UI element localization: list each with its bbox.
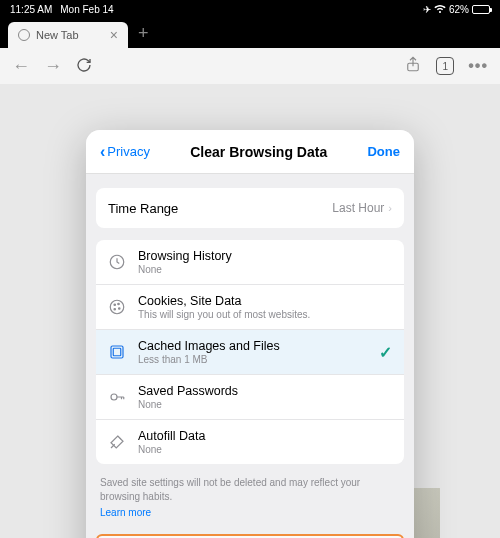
battery-icon [472, 5, 490, 14]
check-icon: ✓ [379, 343, 392, 362]
airplane-icon: ✈ [423, 4, 431, 15]
tab-title: New Tab [36, 29, 79, 41]
tab-strip: New Tab × + [0, 18, 500, 48]
clear-data-modal: ‹ Privacy Clear Browsing Data Done Time … [86, 130, 414, 538]
svg-point-2 [110, 300, 124, 314]
modal-title: Clear Browsing Data [190, 144, 327, 160]
list-item-cache[interactable]: Cached Images and Files Less than 1 MB ✓ [96, 330, 404, 375]
chevron-left-icon: ‹ [100, 143, 105, 161]
time-range-value: Last Hour [332, 201, 384, 215]
chevron-right-icon: › [388, 202, 392, 214]
tabs-count: 1 [442, 61, 448, 72]
share-button[interactable] [404, 55, 422, 77]
reload-button[interactable] [76, 57, 92, 76]
svg-point-4 [118, 303, 120, 305]
footer-text: Saved site settings will not be deleted … [100, 477, 360, 502]
item-title: Saved Passwords [138, 384, 392, 398]
globe-icon [18, 29, 30, 41]
browser-tab[interactable]: New Tab × [8, 22, 128, 48]
item-title: Autofill Data [138, 429, 392, 443]
item-sub: None [138, 444, 392, 455]
item-sub: None [138, 399, 392, 410]
back-label: Privacy [107, 144, 150, 159]
autofill-icon [108, 433, 126, 451]
svg-point-6 [114, 309, 116, 311]
learn-more-link[interactable]: Learn more [100, 506, 400, 520]
browser-toolbar: ← → 1 ••• [0, 48, 500, 84]
item-sub: Less than 1 MB [138, 354, 367, 365]
back-privacy-button[interactable]: ‹ Privacy [100, 143, 150, 161]
footer-note: Saved site settings will not be deleted … [86, 464, 414, 524]
image-icon [108, 343, 126, 361]
back-button[interactable]: ← [12, 56, 30, 77]
list-item-history[interactable]: Browsing History None [96, 240, 404, 285]
svg-point-3 [114, 304, 116, 306]
key-icon [108, 388, 126, 406]
status-bar: 11:25 AM Mon Feb 14 ✈ 62% [0, 0, 500, 18]
list-item-cookies[interactable]: Cookies, Site Data This will sign you ou… [96, 285, 404, 330]
clear-data-button[interactable]: Clear Browsing Data [96, 534, 404, 538]
wifi-icon [434, 2, 446, 16]
status-date: Mon Feb 14 [60, 4, 113, 15]
svg-point-5 [119, 308, 121, 310]
modal-header: ‹ Privacy Clear Browsing Data Done [86, 130, 414, 174]
time-range-row[interactable]: Time Range Last Hour › [96, 188, 404, 228]
item-title: Browsing History [138, 249, 392, 263]
list-item-passwords[interactable]: Saved Passwords None [96, 375, 404, 420]
forward-button[interactable]: → [44, 56, 62, 77]
data-type-list: Browsing History None Cookies, Site Data… [96, 240, 404, 464]
time-range-label: Time Range [108, 201, 178, 216]
item-sub: None [138, 264, 392, 275]
status-time: 11:25 AM [10, 4, 52, 15]
close-icon[interactable]: × [110, 27, 118, 43]
list-item-autofill[interactable]: Autofill Data None [96, 420, 404, 464]
cookie-icon [108, 298, 126, 316]
svg-point-9 [111, 394, 117, 400]
item-sub: This will sign you out of most websites. [138, 309, 392, 320]
item-title: Cached Images and Files [138, 339, 367, 353]
tabs-button[interactable]: 1 [436, 57, 454, 75]
item-title: Cookies, Site Data [138, 294, 392, 308]
more-button[interactable]: ••• [468, 57, 488, 75]
history-icon [108, 253, 126, 271]
new-tab-button[interactable]: + [138, 23, 149, 44]
battery-pct: 62% [449, 4, 469, 15]
done-button[interactable]: Done [367, 144, 400, 159]
svg-rect-8 [113, 348, 121, 356]
status-right: ✈ 62% [423, 2, 490, 16]
